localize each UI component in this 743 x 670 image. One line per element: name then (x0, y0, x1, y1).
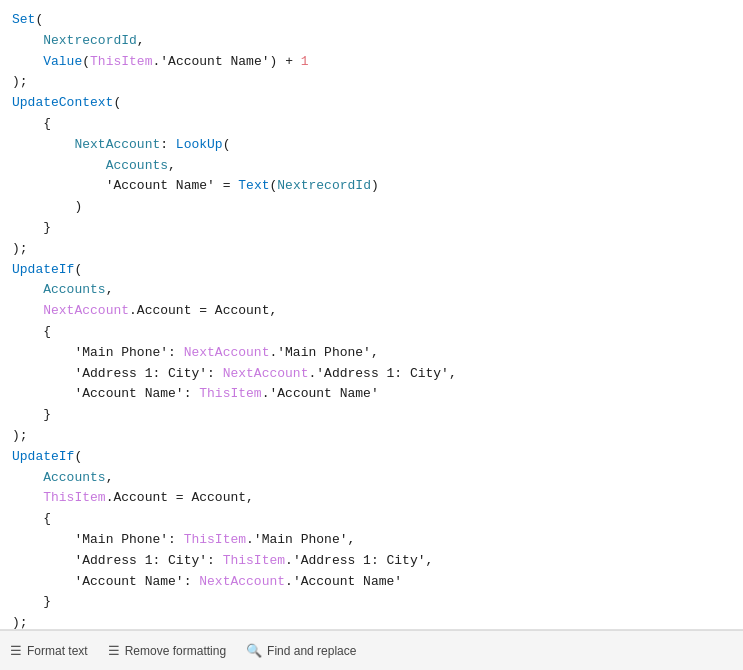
format-text-icon: ☰ (10, 643, 22, 658)
bottom-toolbar: ☰ Format text ☰ Remove formatting 🔍 Find… (0, 630, 743, 670)
format-text-label: Format text (27, 644, 88, 658)
format-text-button[interactable]: ☰ Format text (10, 643, 88, 658)
find-replace-label: Find and replace (267, 644, 356, 658)
code-content: Set( NextrecordId, Value(ThisItem.'Accou… (12, 10, 731, 630)
find-replace-button[interactable]: 🔍 Find and replace (246, 643, 356, 658)
find-replace-icon: 🔍 (246, 643, 262, 658)
remove-formatting-button[interactable]: ☰ Remove formatting (108, 643, 226, 658)
code-editor[interactable]: Set( NextrecordId, Value(ThisItem.'Accou… (0, 0, 743, 630)
remove-formatting-icon: ☰ (108, 643, 120, 658)
remove-formatting-label: Remove formatting (125, 644, 226, 658)
